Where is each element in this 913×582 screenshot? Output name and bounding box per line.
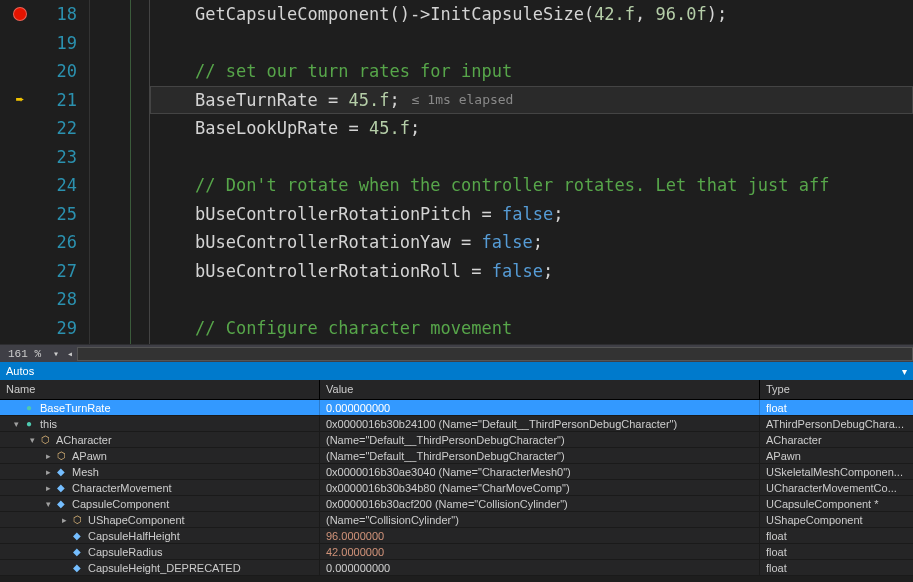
col-header-value[interactable]: Value xyxy=(320,380,760,399)
gutter-row[interactable] xyxy=(0,257,40,286)
code-line[interactable]: bUseControllerRotationYaw = false; xyxy=(150,228,913,257)
col-header-name[interactable]: Name xyxy=(0,380,320,399)
autos-tree[interactable]: ●BaseTurnRate0.000000000float▾●this0x000… xyxy=(0,400,913,576)
horizontal-scrollbar[interactable] xyxy=(77,347,913,361)
breakpoint-icon[interactable] xyxy=(13,7,27,21)
gutter-row[interactable] xyxy=(0,314,40,343)
zoom-level[interactable]: 161 % xyxy=(0,348,49,360)
line-number: 27 xyxy=(40,257,89,286)
gutter-row[interactable] xyxy=(0,228,40,257)
watch-value-cell[interactable]: 96.0000000 xyxy=(320,528,760,543)
field-icon: ◆ xyxy=(70,561,84,575)
watch-value-cell[interactable]: 0x0000016b30b34b80 (Name="CharMoveComp") xyxy=(320,480,760,495)
line-number: 29 xyxy=(40,314,89,343)
watch-value: 0x0000016b30b34b80 (Name="CharMoveComp") xyxy=(326,482,570,494)
watch-value: (Name="CollisionCylinder") xyxy=(326,514,459,526)
watch-type-cell: APawn xyxy=(760,448,913,463)
watch-type-cell: AThirdPersonDebugChara... xyxy=(760,416,913,431)
watch-row[interactable]: ▾⬡ACharacter(Name="Default__ThirdPersonD… xyxy=(0,432,913,448)
expand-icon[interactable]: ▸ xyxy=(42,450,54,462)
expand-icon xyxy=(58,562,70,574)
code-line[interactable]: // Don't rotate when the controller rota… xyxy=(150,171,913,200)
gutter-row[interactable] xyxy=(0,57,40,86)
expand-icon[interactable]: ▸ xyxy=(42,482,54,494)
class-icon: ⬡ xyxy=(54,449,68,463)
watch-value-cell[interactable]: (Name="Default__ThirdPersonDebugCharacte… xyxy=(320,448,760,463)
breakpoint-gutter[interactable]: ➨ xyxy=(0,0,40,344)
gutter-row[interactable] xyxy=(0,143,40,172)
watch-row[interactable]: ▸◆CharacterMovement0x0000016b30b34b80 (N… xyxy=(0,480,913,496)
field-icon: ◆ xyxy=(54,465,68,479)
watch-name: CapsuleComponent xyxy=(72,498,169,510)
watch-value: (Name="Default__ThirdPersonDebugCharacte… xyxy=(326,450,565,462)
code-editor[interactable]: ➨ 181920212223242526272829 GetCapsuleCom… xyxy=(0,0,913,344)
current-line-arrow-icon: ➨ xyxy=(16,93,24,107)
watch-name-cell: ◆CapsuleHalfHeight xyxy=(0,528,320,543)
code-line[interactable]: // Configure character movement xyxy=(150,314,913,343)
watch-name-cell: ●BaseTurnRate xyxy=(0,400,320,415)
watch-type-cell: ACharacter xyxy=(760,432,913,447)
code-line[interactable]: BaseTurnRate = 45.f;≤ 1ms elapsed xyxy=(150,86,913,115)
field-icon: ◆ xyxy=(54,481,68,495)
code-area[interactable]: GetCapsuleComponent()->InitCapsuleSize(4… xyxy=(150,0,913,344)
expand-icon[interactable]: ▸ xyxy=(58,514,70,526)
field-icon: ◆ xyxy=(70,529,84,543)
gutter-row[interactable] xyxy=(0,171,40,200)
watch-value-cell[interactable]: 0.000000000 xyxy=(320,400,760,415)
watch-name-cell: ▸⬡APawn xyxy=(0,448,320,463)
watch-row[interactable]: ▾◆CapsuleComponent0x0000016b30acf200 (Na… xyxy=(0,496,913,512)
watch-name: APawn xyxy=(72,450,107,462)
gutter-row[interactable] xyxy=(0,200,40,229)
watch-name: CapsuleHalfHeight xyxy=(88,530,180,542)
watch-row[interactable]: ◆CapsuleHalfHeight96.0000000float xyxy=(0,528,913,544)
gutter-row[interactable]: ➨ xyxy=(0,86,40,115)
expand-icon[interactable]: ▾ xyxy=(42,498,54,510)
code-line[interactable]: BaseLookUpRate = 45.f; xyxy=(150,114,913,143)
watch-row[interactable]: ◆CapsuleRadius42.0000000float xyxy=(0,544,913,560)
line-number: 24 xyxy=(40,171,89,200)
watch-value-cell[interactable]: (Name="Default__ThirdPersonDebugCharacte… xyxy=(320,432,760,447)
line-number: 22 xyxy=(40,114,89,143)
watch-value-cell[interactable]: (Name="CollisionCylinder") xyxy=(320,512,760,527)
line-number: 28 xyxy=(40,285,89,314)
watch-name-cell: ▾⬡ACharacter xyxy=(0,432,320,447)
expand-icon[interactable]: ▸ xyxy=(42,466,54,478)
zoom-dropdown-icon[interactable]: ▾ xyxy=(49,347,63,361)
watch-value-cell[interactable]: 0x0000016b30acf200 (Name="CollisionCylin… xyxy=(320,496,760,511)
watch-row[interactable]: ▸⬡APawn(Name="Default__ThirdPersonDebugC… xyxy=(0,448,913,464)
expand-icon[interactable]: ▾ xyxy=(10,418,22,430)
expand-icon[interactable]: ▾ xyxy=(26,434,38,446)
code-line[interactable] xyxy=(150,29,913,58)
code-line[interactable]: // set our turn rates for input xyxy=(150,57,913,86)
code-line[interactable]: bUseControllerRotationRoll = false; xyxy=(150,257,913,286)
watch-name-cell: ◆CapsuleHeight_DEPRECATED xyxy=(0,560,320,575)
code-line[interactable]: GetCapsuleComponent()->InitCapsuleSize(4… xyxy=(150,0,913,29)
code-line[interactable] xyxy=(150,143,913,172)
watch-row[interactable]: ▸◆Mesh0x0000016b30ae3040 (Name="Characte… xyxy=(0,464,913,480)
panel-title: Autos xyxy=(6,365,34,377)
gutter-row[interactable] xyxy=(0,114,40,143)
col-header-type[interactable]: Type xyxy=(760,380,913,399)
line-number: 23 xyxy=(40,143,89,172)
watch-value-cell[interactable]: 0.000000000 xyxy=(320,560,760,575)
watch-row[interactable]: ◆CapsuleHeight_DEPRECATED0.000000000floa… xyxy=(0,560,913,576)
gutter-row[interactable] xyxy=(0,0,40,29)
watch-name: CapsuleRadius xyxy=(88,546,163,558)
gutter-row[interactable] xyxy=(0,285,40,314)
watch-value-cell[interactable]: 0x0000016b30ae3040 (Name="CharacterMesh0… xyxy=(320,464,760,479)
autos-panel-header[interactable]: Autos ▾ xyxy=(0,362,913,380)
collapse-rail[interactable] xyxy=(90,0,150,344)
watch-name-cell: ▾◆CapsuleComponent xyxy=(0,496,320,511)
code-line[interactable] xyxy=(150,285,913,314)
watch-value-cell[interactable]: 42.0000000 xyxy=(320,544,760,559)
watch-row[interactable]: ●BaseTurnRate0.000000000float xyxy=(0,400,913,416)
panel-options-icon[interactable]: ▾ xyxy=(902,366,907,377)
watch-value-cell[interactable]: 0x0000016b30b24100 (Name="Default__Third… xyxy=(320,416,760,431)
var-icon: ● xyxy=(22,401,36,415)
scroll-left-icon[interactable]: ◂ xyxy=(63,347,77,361)
code-line[interactable]: bUseControllerRotationPitch = false; xyxy=(150,200,913,229)
watch-row[interactable]: ▾●this0x0000016b30b24100 (Name="Default_… xyxy=(0,416,913,432)
gutter-row[interactable] xyxy=(0,29,40,58)
watch-row[interactable]: ▸⬡UShapeComponent(Name="CollisionCylinde… xyxy=(0,512,913,528)
watch-type-cell: UCapsuleComponent * xyxy=(760,496,913,511)
